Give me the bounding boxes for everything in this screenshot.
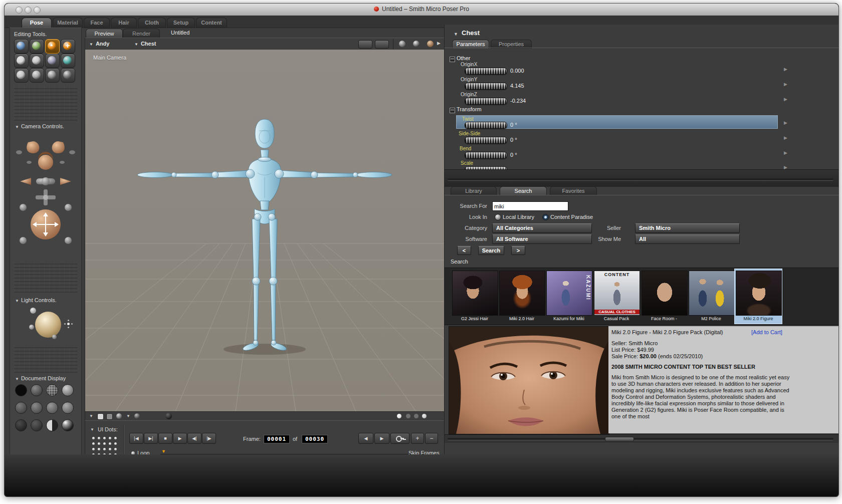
show-me-dropdown[interactable]: All — [635, 234, 740, 244]
param-originx-dial[interactable] — [465, 68, 507, 75]
timeline-scrub-track[interactable] — [160, 454, 412, 455]
tab-cloth[interactable]: Cloth — [138, 18, 166, 28]
detail-scrollbar-handle[interactable] — [605, 437, 634, 441]
light-controls-cluster[interactable] — [29, 308, 77, 344]
depth-cue-caret-icon[interactable]: ▼ — [89, 414, 93, 418]
view-magnifier-tool-button[interactable] — [30, 68, 44, 83]
ui-dot[interactable] — [109, 437, 111, 439]
next-keyframe-button[interactable] — [374, 433, 389, 444]
software-dropdown[interactable]: All Software — [492, 234, 592, 244]
scale-tool-button[interactable] — [14, 54, 29, 68]
detail-scrollbar-track[interactable] — [448, 438, 833, 440]
light-dot-2[interactable] — [29, 325, 34, 330]
collapse-transform-icon[interactable] — [450, 108, 455, 113]
local-library-label[interactable]: Local Library — [503, 214, 534, 220]
scene-3d[interactable] — [85, 50, 444, 411]
tab-library[interactable]: Library — [451, 186, 497, 195]
loop-toggle[interactable] — [131, 451, 135, 455]
param-originx-value[interactable]: 0.000 — [510, 68, 524, 74]
document-display-title[interactable]: Document Display — [15, 375, 66, 381]
search-input[interactable] — [492, 201, 568, 211]
add-keyframe-button[interactable] — [411, 433, 424, 444]
display-smooth-lined-button[interactable] — [31, 419, 43, 431]
taper-tool-button[interactable] — [30, 54, 44, 68]
display-shadow-button[interactable] — [62, 419, 74, 431]
camera-controls-cluster[interactable] — [14, 133, 77, 259]
figure-menu[interactable]: Andy — [89, 41, 109, 47]
camera-name-label[interactable]: Main Camera — [93, 55, 126, 61]
grouping-tool-button[interactable] — [14, 68, 29, 83]
hand-icon[interactable] — [427, 41, 434, 47]
ui-dot[interactable] — [103, 448, 106, 450]
light-sphere[interactable] — [35, 312, 61, 338]
param-bend-menu-arrow[interactable]: ▶ — [784, 150, 787, 155]
rotate-tool-button[interactable] — [14, 39, 29, 54]
ui-dot[interactable] — [98, 437, 100, 439]
display-wireframe-button[interactable] — [46, 384, 58, 396]
actor-menu[interactable]: Chest — [134, 41, 156, 47]
param-sideside-menu-arrow[interactable]: ▶ — [784, 135, 787, 140]
local-library-radio[interactable] — [495, 214, 501, 220]
light-controls-title[interactable]: Light Controls. — [15, 297, 57, 303]
current-frame-field[interactable]: 00001 — [264, 435, 290, 443]
param-originx-menu-arrow[interactable]: ▶ — [784, 67, 787, 72]
category-dropdown[interactable]: All Categories — [492, 223, 592, 233]
display-flat-shaded-button[interactable] — [31, 402, 43, 414]
param-twist-menu-arrow[interactable]: ▶ — [784, 120, 787, 125]
result-thumb[interactable]: M2 Police — [688, 269, 735, 324]
selected-actor-title[interactable]: Chest — [462, 29, 480, 37]
edit-keyframes-button[interactable] — [390, 433, 409, 444]
panel-splitter[interactable] — [445, 169, 839, 187]
add-to-cart-link[interactable]: [Add to Cart] — [751, 329, 782, 335]
ground-caret-icon[interactable]: ▼ — [126, 414, 130, 418]
display-hidden-line-button[interactable] — [15, 402, 27, 414]
tracking-ball-icon[interactable] — [399, 41, 405, 47]
next-page-button[interactable]: > — [511, 246, 525, 255]
page-dot-4[interactable] — [422, 414, 427, 418]
param-scale-menu-arrow[interactable]: ▶ — [784, 165, 787, 169]
twist-tool-button[interactable] — [30, 39, 44, 54]
ui-dots-caret-icon[interactable]: ▼ — [90, 427, 94, 432]
light-dot-1[interactable] — [30, 308, 36, 314]
param-originy-value[interactable]: 4.145 — [510, 83, 524, 89]
color-tool-button[interactable] — [61, 54, 75, 68]
collapse-other-icon[interactable] — [450, 57, 455, 62]
title-bar[interactable]: Untitled – Smith Micro Poser Pro — [5, 4, 838, 16]
translate-pull-tool-button[interactable] — [45, 39, 60, 54]
translate-inout-tool-button[interactable] — [61, 39, 75, 54]
seller-dropdown[interactable]: Smith Micro — [635, 223, 740, 233]
tab-content[interactable]: Content — [196, 18, 227, 28]
foreground-swatch[interactable] — [106, 413, 113, 420]
tab-setup[interactable]: Setup — [167, 18, 195, 28]
scrub-marker[interactable]: ▼ — [161, 449, 166, 454]
display-flat-lined-button[interactable] — [46, 402, 58, 414]
param-originy-dial[interactable] — [465, 83, 507, 90]
content-paradise-radio[interactable] — [542, 214, 549, 220]
first-frame-button[interactable] — [129, 433, 143, 444]
step-forward-button[interactable] — [202, 433, 216, 444]
param-originz-dial[interactable] — [465, 98, 507, 105]
param-twist-value[interactable]: 0 ° — [510, 122, 517, 128]
delete-keyframe-button[interactable] — [425, 433, 438, 444]
result-thumb[interactable]: KAZUMI Kazumi for Miki — [545, 269, 592, 324]
ui-dot[interactable] — [92, 453, 95, 456]
parameters-caret-icon[interactable]: ▼ — [454, 32, 458, 37]
param-sideside-dial[interactable] — [465, 137, 507, 144]
param-originz-value[interactable]: -0.234 — [510, 98, 526, 104]
ui-dot[interactable] — [109, 448, 111, 450]
camera-view-icon[interactable] — [358, 40, 372, 49]
ui-dot[interactable] — [103, 437, 106, 439]
ui-dot[interactable] — [109, 442, 111, 445]
morph-tool-button[interactable] — [45, 68, 60, 83]
ui-dot[interactable] — [114, 448, 117, 450]
param-originy-menu-arrow[interactable]: ▶ — [784, 82, 787, 87]
prev-keyframe-button[interactable] — [358, 433, 373, 444]
ui-dot[interactable] — [92, 437, 95, 439]
prev-page-button[interactable]: < — [457, 246, 471, 255]
result-thumb[interactable]: Face Room - — [641, 269, 688, 324]
result-thumb-selected[interactable]: Miki 2.0 Figure — [735, 269, 782, 324]
display-smooth-shaded-button[interactable] — [15, 419, 27, 431]
param-sideside-value[interactable]: 0 ° — [510, 137, 517, 143]
ui-dot[interactable] — [103, 453, 106, 456]
tab-preview[interactable]: Preview — [86, 29, 123, 38]
